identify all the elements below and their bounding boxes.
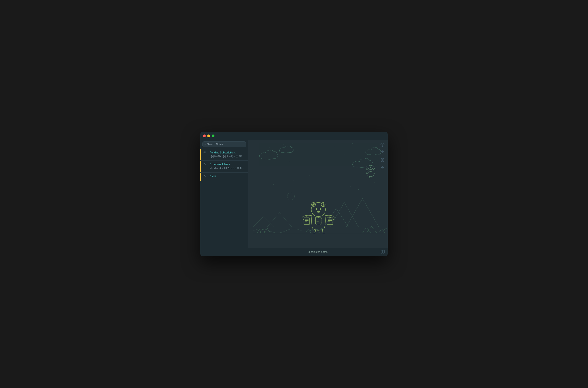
- svg-point-9: [316, 144, 316, 144]
- svg-text:+: +: [309, 175, 310, 177]
- svg-point-29: [273, 184, 274, 185]
- svg-point-17: [344, 155, 345, 155]
- svg-point-31: [322, 183, 322, 184]
- svg-point-22: [328, 160, 329, 160]
- svg-rect-5: [383, 160, 384, 162]
- svg-text:i: i: [382, 144, 383, 146]
- svg-point-25: [259, 174, 259, 174]
- notes-list: 4d Pending Subscriptions - [x] Netflix -…: [200, 149, 248, 256]
- svg-text:+: +: [377, 159, 378, 162]
- note-time: 2w: [204, 175, 210, 178]
- svg-line-39: [368, 176, 369, 177]
- svg-point-7: [283, 145, 284, 145]
- grid-icon[interactable]: [380, 158, 385, 163]
- svg-point-14: [263, 156, 263, 156]
- search-input-wrapper[interactable]: ⌕ Search Notes: [202, 142, 246, 147]
- search-icon: ⌕: [204, 143, 206, 146]
- illustration: + + +: [248, 140, 388, 248]
- svg-rect-67: [381, 250, 382, 253]
- list-item[interactable]: 4d Pending Subscriptions - [x] Netflix -…: [200, 149, 248, 160]
- search-bar: ⌕ Search Notes: [200, 140, 248, 149]
- svg-rect-51: [304, 218, 309, 225]
- toolbar-right: i: [380, 143, 385, 170]
- svg-point-32: [350, 186, 351, 187]
- svg-point-15: [279, 154, 280, 154]
- svg-point-27: [338, 176, 338, 176]
- bear-illustration-svg: + + +: [248, 140, 388, 248]
- list-item[interactable]: 2w Expenses Athens Monday: 4,5 3,0 23,5 …: [200, 161, 248, 172]
- svg-rect-68: [383, 250, 384, 253]
- info-icon[interactable]: i: [380, 143, 385, 147]
- svg-point-13: [375, 146, 375, 146]
- svg-point-33: [375, 182, 375, 183]
- svg-point-66: [287, 193, 294, 200]
- svg-point-24: [376, 168, 377, 168]
- traffic-lights: [203, 135, 214, 137]
- svg-point-49: [320, 208, 321, 210]
- note-content: Expenses Athens Monday: 4,5 3,0 23,5 3,5…: [210, 163, 245, 170]
- svg-line-40: [372, 176, 373, 177]
- svg-point-21: [289, 162, 290, 162]
- note-content: Caldi: [210, 175, 245, 178]
- close-button[interactable]: [203, 135, 206, 137]
- status-bar: 3 selected notes: [248, 248, 388, 256]
- svg-point-50: [317, 211, 320, 212]
- note-title: Pending Subscriptions: [210, 151, 245, 154]
- note-preview: Monday: 4,5 3,0 23,5 3,5 12,0 3,8: [210, 167, 245, 170]
- svg-point-43: [311, 202, 325, 217]
- svg-rect-3: [383, 158, 384, 160]
- sidebar: ⌕ Search Notes 4d Pending Subscriptions …: [200, 140, 248, 256]
- note-time: 2w: [204, 163, 210, 170]
- app-window: ⌕ Search Notes 4d Pending Subscriptions …: [200, 132, 388, 256]
- minimize-button[interactable]: [207, 135, 210, 137]
- svg-text:+: +: [358, 189, 359, 191]
- share-icon[interactable]: [380, 150, 385, 155]
- note-preview: - [x] Netflix - [x] Spotify - [x] 1Passw…: [210, 155, 245, 158]
- svg-point-48: [316, 208, 317, 210]
- svg-point-19: [378, 156, 379, 156]
- search-input[interactable]: Search Notes: [207, 143, 223, 146]
- svg-rect-55: [316, 217, 321, 224]
- svg-rect-4: [381, 160, 382, 162]
- note-title: Caldi: [210, 175, 245, 178]
- note-title: Expenses Athens: [210, 163, 245, 166]
- note-time: 4d: [204, 151, 210, 158]
- svg-point-30: [294, 180, 294, 180]
- svg-point-8: [298, 151, 298, 151]
- list-item[interactable]: 2w Caldi: [200, 173, 248, 181]
- main-panel: i: [248, 140, 388, 256]
- svg-point-6: [269, 147, 270, 148]
- main-content: ⌕ Search Notes 4d Pending Subscriptions …: [200, 140, 388, 256]
- maximize-button[interactable]: [212, 135, 214, 137]
- svg-point-23: [354, 164, 355, 164]
- svg-point-26: [306, 171, 306, 171]
- layout-icon[interactable]: [381, 250, 385, 254]
- svg-point-16: [312, 153, 312, 153]
- svg-point-11: [352, 143, 353, 144]
- selected-notes-count: 3 selected notes: [308, 250, 327, 253]
- svg-point-10: [334, 146, 334, 147]
- svg-rect-2: [381, 158, 382, 160]
- note-content: Pending Subscriptions - [x] Netflix - [x…: [210, 151, 245, 158]
- svg-point-20: [267, 166, 268, 166]
- svg-point-18: [360, 152, 361, 152]
- export-icon[interactable]: [380, 166, 385, 170]
- titlebar: [200, 132, 388, 140]
